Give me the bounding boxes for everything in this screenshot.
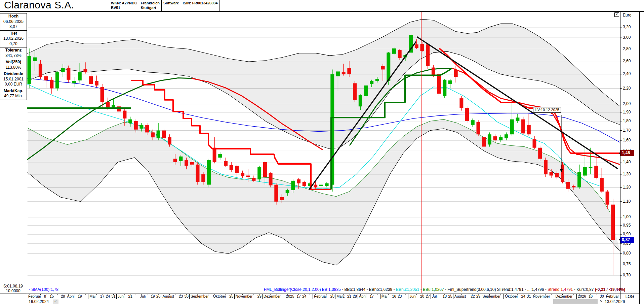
yaxis-label: 3,20 bbox=[623, 25, 631, 29]
xaxis-month-april: April bbox=[66, 294, 88, 299]
xaxis-day-label: 17 bbox=[370, 294, 374, 298]
yaxis-label: 1,30 bbox=[623, 172, 631, 176]
yaxis-label: 2,00 bbox=[623, 101, 631, 106]
log-scale-toggle[interactable]: LOG bbox=[620, 294, 639, 299]
yaxis-label: 1,60 bbox=[623, 138, 631, 142]
xaxis-day-label: 25 bbox=[448, 294, 452, 298]
yaxis-label: 3,00 bbox=[623, 35, 631, 40]
legend-segment: - BBo:1,8644 - BBho:1,6239 - bbox=[341, 287, 396, 292]
xaxis-day-label: 27 bbox=[426, 294, 430, 298]
xaxis-day-label: 17 bbox=[297, 294, 301, 298]
sidebar-box-tief: Tief13.02.20260,70 bbox=[0, 30, 27, 48]
xaxis-day-label: 28 bbox=[330, 294, 334, 298]
yaxis-label: 1,00 bbox=[623, 214, 631, 219]
xaxis-day-label: 16 bbox=[392, 294, 396, 298]
stop-label-value: 10.0000 bbox=[0, 289, 26, 293]
frame-right-line bbox=[639, 12, 640, 304]
xaxis-day-label: 24 bbox=[302, 294, 306, 298]
legend-segment: Strend:1,4791 bbox=[548, 287, 573, 292]
indicator-legend: FML_Bollinger(Close,20,1,2.00) BB:1,3835… bbox=[264, 287, 625, 292]
xaxis-day-label: 17 bbox=[100, 294, 104, 298]
scroll-forward-button[interactable]: > bbox=[599, 299, 603, 304]
xaxis-day-label: 30 bbox=[600, 294, 604, 298]
legend-segment: FML_Bollinger(Close,20,1,2.00) BB:1,3835 bbox=[264, 287, 341, 292]
yaxis-label: 2,20 bbox=[623, 86, 631, 91]
xaxis-day-label: 28 bbox=[61, 294, 65, 298]
xaxis-month-juni: Juni bbox=[116, 294, 139, 299]
sidebar-box-marktkap: MarktKap.49,77 Mio. bbox=[0, 88, 27, 100]
xaxis-month-dezember: Dezember bbox=[554, 294, 576, 299]
xaxis-day-label: 25 bbox=[229, 294, 233, 298]
xaxis-day-label: 8 bbox=[44, 294, 46, 298]
xaxis-day-label: 20 bbox=[420, 294, 424, 298]
xaxis-month-april: April bbox=[358, 294, 380, 299]
sma-legend-label: - SMA(100):1,78 bbox=[29, 287, 58, 292]
xaxis-day-label: 29 bbox=[257, 294, 261, 298]
frame-left-line bbox=[27, 12, 27, 304]
yaxis-label: 0,80 bbox=[623, 251, 631, 256]
scroll-back-button[interactable]: < bbox=[53, 299, 58, 304]
chart-plot-area[interactable] bbox=[27, 12, 620, 294]
yaxis-label: 0,95 bbox=[623, 223, 631, 228]
xaxis-month-labels: Februar81528April19Mai172431Juni21Juli19… bbox=[27, 294, 620, 299]
xaxis-day-label: 24 bbox=[521, 294, 525, 298]
yaxis-label: 1,70 bbox=[623, 128, 631, 133]
xaxis-day-label: 29 bbox=[476, 294, 480, 298]
legend-segment: - Kurs:0,87 bbox=[573, 287, 595, 292]
legend-segment: BBhu:1,2051 bbox=[396, 287, 419, 292]
xaxis-day-label: 23 bbox=[398, 294, 402, 298]
xaxis-day-label: 31 bbox=[112, 294, 116, 298]
sidebar-box-toleranz: Toleranz341,73% bbox=[0, 47, 27, 59]
yaxis-label: 1,10 bbox=[623, 199, 631, 204]
stats-sidebar: Hoch06.06.20253,07Tief13.02.20260,70Tole… bbox=[0, 13, 27, 100]
xaxis-day-label: 21 bbox=[128, 294, 132, 298]
yaxis-label: 2,80 bbox=[623, 46, 631, 51]
last-price-badge: 0,87 bbox=[620, 237, 634, 243]
range-start-date: 16.02.2024 bbox=[29, 299, 49, 304]
xaxis-month-september: September bbox=[481, 294, 504, 299]
xaxis-day-label: 31 bbox=[527, 294, 531, 298]
yaxis-label: 1,80 bbox=[623, 118, 631, 123]
yaxis-label: 1,20 bbox=[623, 185, 631, 190]
close-icon[interactable]: ✕ bbox=[614, 12, 619, 17]
scrollbar-thumb[interactable] bbox=[553, 299, 598, 304]
yaxis-label: 0,90 bbox=[623, 232, 631, 236]
supertrend-price-badge: 1,48 bbox=[620, 150, 634, 156]
yaxis-unit-label: Euro bbox=[623, 13, 631, 18]
xaxis-month-dezember: Dezember bbox=[262, 294, 285, 299]
xaxis-day-label: 22 bbox=[471, 294, 475, 298]
xaxis-month-november: November bbox=[532, 294, 554, 299]
xaxis-day-label: 26 bbox=[156, 294, 160, 298]
legend-segment: (-0,21 / -19,44%) bbox=[595, 287, 625, 292]
xaxis-day-label: 30 bbox=[185, 294, 189, 298]
xaxis-month-september: September bbox=[189, 294, 212, 299]
xaxis-day-label: 23 bbox=[179, 294, 183, 298]
xaxis-day-label: 28 bbox=[353, 294, 357, 298]
yaxis-label: 0,75 bbox=[623, 262, 631, 266]
yaxis-label: 2,40 bbox=[623, 71, 631, 76]
legend-segment: - Fml_Supertrend(3.00,6,10) STrend:1,479… bbox=[444, 287, 548, 292]
yaxis-label: 0,70 bbox=[623, 273, 631, 277]
legend-segment: - bbox=[419, 287, 423, 292]
xaxis-bottom-line bbox=[0, 299, 639, 299]
xaxis-month-februar: Februar bbox=[605, 294, 616, 299]
xaxis-day-label: 15 bbox=[50, 294, 54, 298]
range-end-date: 13.02.2026 bbox=[605, 299, 625, 304]
hv-annotation-label[interactable]: HV:10.12.2025 bbox=[533, 107, 561, 113]
stop-label-date: S:01.08.19 bbox=[0, 284, 26, 289]
xaxis-month-februar: Februar bbox=[27, 294, 66, 299]
window-bottom-line bbox=[0, 304, 639, 304]
yaxis-label: 2,60 bbox=[623, 59, 631, 63]
xaxis-day-label: 16 bbox=[589, 294, 593, 298]
xaxis-day-label: 24 bbox=[106, 294, 110, 298]
xaxis-day-label: 21 bbox=[347, 294, 351, 298]
sidebar-box-hoch: Hoch06.06.20253,07 bbox=[0, 13, 27, 31]
legend-segment: BBu:1,0267 bbox=[423, 287, 444, 292]
sidebar-box-dividende: Dividende15.01.20010,00 EUR bbox=[0, 71, 27, 88]
xaxis-day-label: 19 bbox=[151, 294, 155, 298]
yaxis-label: 1,90 bbox=[623, 110, 631, 114]
xaxis-day-label: 19 bbox=[78, 294, 82, 298]
xaxis-day-label: 18 bbox=[443, 294, 447, 298]
yaxis-label: 1,40 bbox=[623, 160, 631, 164]
sidebar-box-vol250: Vol(250)113,80% bbox=[0, 59, 27, 71]
